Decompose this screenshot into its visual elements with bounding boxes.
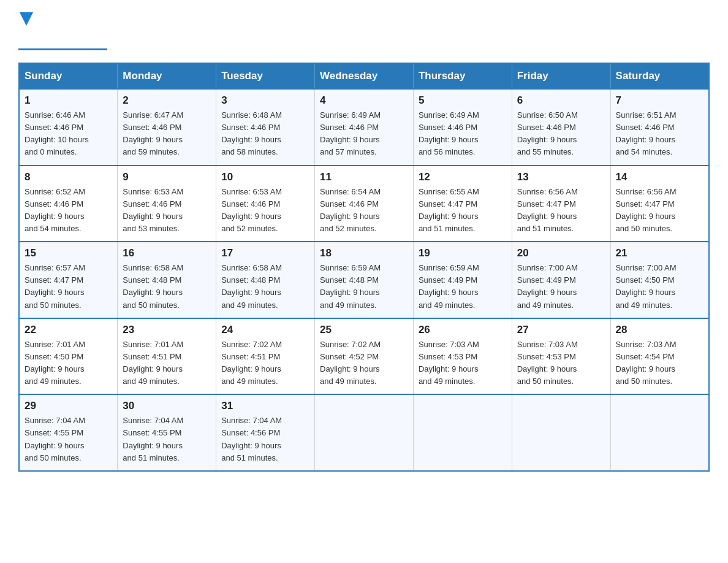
logo [18,12,107,50]
calendar-cell: 16 Sunrise: 6:58 AM Sunset: 4:48 PM Dayl… [118,242,216,318]
day-info: Sunrise: 7:00 AM Sunset: 4:50 PM Dayligh… [616,262,703,312]
calendar-week-row: 15 Sunrise: 6:57 AM Sunset: 4:47 PM Dayl… [19,242,709,318]
header-wednesday: Wednesday [315,63,414,89]
calendar-cell: 7 Sunrise: 6:51 AM Sunset: 4:46 PM Dayli… [610,89,709,166]
day-info: Sunrise: 7:02 AM Sunset: 4:52 PM Dayligh… [320,339,408,388]
day-number: 16 [123,247,211,259]
day-info: Sunrise: 6:46 AMSunset: 4:46 PMDaylight:… [25,109,112,159]
day-info: Sunrise: 7:00 AM Sunset: 4:49 PM Dayligh… [517,262,605,312]
calendar-cell: 18 Sunrise: 6:59 AM Sunset: 4:48 PM Dayl… [315,242,414,318]
header-tuesday: Tuesday [216,63,315,89]
calendar-cell: 12 Sunrise: 6:55 AM Sunset: 4:47 PM Dayl… [413,166,512,242]
day-number: 1 [25,94,112,107]
calendar-cell: 19 Sunrise: 6:59 AM Sunset: 4:49 PM Dayl… [413,242,512,318]
day-number: 18 [320,247,408,259]
day-number: 7 [616,94,703,107]
header-thursday: Thursday [413,63,512,89]
day-number: 6 [517,94,605,107]
day-number: 11 [320,171,408,183]
day-number: 31 [221,400,309,412]
header-sunday: Sunday [19,63,118,89]
day-info: Sunrise: 7:03 AM Sunset: 4:54 PM Dayligh… [616,339,703,388]
day-number: 23 [123,324,211,336]
day-info: Sunrise: 7:03 AM Sunset: 4:53 PM Dayligh… [419,339,507,388]
calendar-cell: 27 Sunrise: 7:03 AM Sunset: 4:53 PM Dayl… [512,318,610,395]
logo-arrow-icon [20,12,33,26]
calendar-cell: 11 Sunrise: 6:54 AM Sunset: 4:46 PM Dayl… [315,166,414,242]
day-number: 4 [320,94,408,107]
day-number: 21 [616,247,703,259]
calendar-cell: 15 Sunrise: 6:57 AM Sunset: 4:47 PM Dayl… [19,242,118,318]
day-info: Sunrise: 6:48 AM Sunset: 4:46 PM Dayligh… [221,109,309,159]
calendar-cell: 2 Sunrise: 6:47 AM Sunset: 4:46 PM Dayli… [118,89,216,166]
day-info: Sunrise: 6:58 AM Sunset: 4:48 PM Dayligh… [221,262,309,312]
calendar-cell: 30 Sunrise: 7:04 AM Sunset: 4:55 PM Dayl… [118,394,216,471]
day-info: Sunrise: 7:04 AM Sunset: 4:56 PM Dayligh… [221,415,309,464]
day-info: Sunrise: 6:49 AM Sunset: 4:46 PM Dayligh… [320,109,408,159]
day-number: 15 [25,247,112,259]
day-info: Sunrise: 6:57 AM Sunset: 4:47 PM Dayligh… [25,262,112,312]
calendar-cell: 17 Sunrise: 6:58 AM Sunset: 4:48 PM Dayl… [216,242,315,318]
day-number: 2 [123,94,211,107]
day-number: 10 [221,171,309,183]
day-number: 29 [25,400,112,412]
day-number: 9 [123,171,211,183]
calendar-cell: 21 Sunrise: 7:00 AM Sunset: 4:50 PM Dayl… [610,242,709,318]
calendar-cell: 6 Sunrise: 6:50 AM Sunset: 4:46 PM Dayli… [512,89,610,166]
calendar-cell: 4 Sunrise: 6:49 AM Sunset: 4:46 PM Dayli… [315,89,414,166]
header-monday: Monday [118,63,216,89]
day-info: Sunrise: 7:04 AM Sunset: 4:55 PM Dayligh… [123,415,211,464]
calendar-cell: 13 Sunrise: 6:56 AM Sunset: 4:47 PM Dayl… [512,166,610,242]
day-number: 24 [221,324,309,336]
calendar-cell [610,394,709,471]
day-info: Sunrise: 6:55 AM Sunset: 4:47 PM Dayligh… [419,186,507,236]
calendar-cell: 29 Sunrise: 7:04 AM Sunset: 4:55 PM Dayl… [19,394,118,471]
calendar-cell: 1 Sunrise: 6:46 AMSunset: 4:46 PMDayligh… [19,89,118,166]
day-info: Sunrise: 6:59 AM Sunset: 4:48 PM Dayligh… [320,262,408,312]
day-number: 30 [123,400,211,412]
day-info: Sunrise: 6:56 AM Sunset: 4:47 PM Dayligh… [517,186,605,236]
day-number: 19 [419,247,507,259]
calendar-cell: 20 Sunrise: 7:00 AM Sunset: 4:49 PM Dayl… [512,242,610,318]
calendar-cell: 3 Sunrise: 6:48 AM Sunset: 4:46 PM Dayli… [216,89,315,166]
calendar-cell: 23 Sunrise: 7:01 AM Sunset: 4:51 PM Dayl… [118,318,216,395]
svg-marker-0 [20,12,33,26]
calendar-cell: 10 Sunrise: 6:53 AM Sunset: 4:46 PM Dayl… [216,166,315,242]
day-info: Sunrise: 7:01 AM Sunset: 4:50 PM Dayligh… [25,339,112,388]
calendar-week-row: 22 Sunrise: 7:01 AM Sunset: 4:50 PM Dayl… [19,318,709,395]
day-info: Sunrise: 6:58 AM Sunset: 4:48 PM Dayligh… [123,262,211,312]
day-info: Sunrise: 6:51 AM Sunset: 4:46 PM Dayligh… [616,109,703,159]
calendar-cell: 28 Sunrise: 7:03 AM Sunset: 4:54 PM Dayl… [610,318,709,395]
day-info: Sunrise: 6:54 AM Sunset: 4:46 PM Dayligh… [320,186,408,236]
day-number: 26 [419,324,507,336]
logo-underline [18,48,107,50]
calendar-cell: 8 Sunrise: 6:52 AM Sunset: 4:46 PM Dayli… [19,166,118,242]
day-info: Sunrise: 6:56 AM Sunset: 4:47 PM Dayligh… [616,186,703,236]
day-info: Sunrise: 7:04 AM Sunset: 4:55 PM Dayligh… [25,415,112,464]
calendar-cell: 5 Sunrise: 6:49 AM Sunset: 4:46 PM Dayli… [413,89,512,166]
day-number: 8 [25,171,112,183]
calendar-header-row: SundayMondayTuesdayWednesdayThursdayFrid… [19,63,709,89]
calendar-cell: 24 Sunrise: 7:02 AM Sunset: 4:51 PM Dayl… [216,318,315,395]
day-info: Sunrise: 6:53 AM Sunset: 4:46 PM Dayligh… [123,186,211,236]
day-number: 27 [517,324,605,336]
calendar-cell [413,394,512,471]
day-number: 3 [221,94,309,107]
day-number: 14 [616,171,703,183]
day-info: Sunrise: 6:47 AM Sunset: 4:46 PM Dayligh… [123,109,211,159]
page-header [18,12,710,50]
day-number: 28 [616,324,703,336]
calendar-week-row: 8 Sunrise: 6:52 AM Sunset: 4:46 PM Dayli… [19,166,709,242]
calendar-cell: 22 Sunrise: 7:01 AM Sunset: 4:50 PM Dayl… [19,318,118,395]
day-number: 17 [221,247,309,259]
calendar-cell: 26 Sunrise: 7:03 AM Sunset: 4:53 PM Dayl… [413,318,512,395]
header-friday: Friday [512,63,610,89]
calendar-cell: 25 Sunrise: 7:02 AM Sunset: 4:52 PM Dayl… [315,318,414,395]
day-info: Sunrise: 6:53 AM Sunset: 4:46 PM Dayligh… [221,186,309,236]
calendar-cell [315,394,414,471]
day-info: Sunrise: 6:52 AM Sunset: 4:46 PM Dayligh… [25,186,112,236]
calendar-table: SundayMondayTuesdayWednesdayThursdayFrid… [18,63,710,472]
calendar-week-row: 1 Sunrise: 6:46 AMSunset: 4:46 PMDayligh… [19,89,709,166]
calendar-cell [512,394,610,471]
day-info: Sunrise: 7:02 AM Sunset: 4:51 PM Dayligh… [221,339,309,388]
